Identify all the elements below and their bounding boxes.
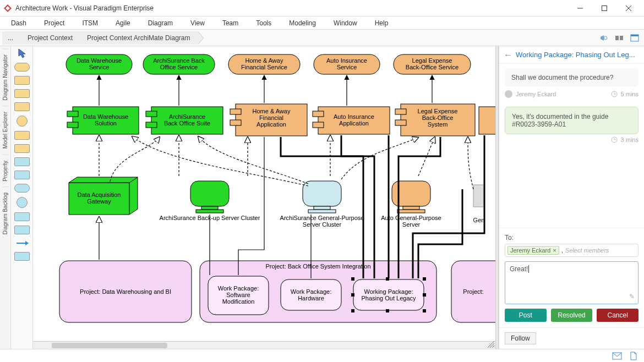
menu-itsm[interactable]: ITSM xyxy=(74,18,106,28)
workpkg-hardware[interactable]: Work Package:Hardware xyxy=(281,279,341,310)
project-dw-bi[interactable]: Project: Data Warehousing and BI xyxy=(59,261,192,322)
svg-rect-26 xyxy=(67,122,78,128)
svg-text:Auto General-PurposeServer: Auto General-PurposeServer xyxy=(381,215,441,228)
svg-rect-92 xyxy=(423,309,426,312)
palette-shape-8[interactable] xyxy=(14,157,30,166)
palette-shape-4[interactable] xyxy=(14,102,30,111)
app-partial-right[interactable] xyxy=(479,107,495,134)
remove-recipient-icon[interactable]: × xyxy=(553,247,556,254)
palette-shape-2[interactable] xyxy=(14,76,30,85)
comment-author: Jeremy Eckard xyxy=(516,91,556,97)
service-auto-insurance[interactable]: Auto InsuranceService xyxy=(314,54,380,74)
node-general-cluster[interactable]: ArchiSurance General-PurposeServer Clust… xyxy=(280,181,364,228)
palette-arrow-icon[interactable] xyxy=(15,239,29,248)
svg-text:Legal ExpenseBack-Office Servi: Legal ExpenseBack-Office Service xyxy=(406,57,459,70)
svg-rect-10 xyxy=(631,35,638,36)
project-partial-right[interactable]: Project: xyxy=(451,261,495,322)
menu-help[interactable]: Help xyxy=(367,18,396,28)
service-back-office[interactable]: ArchiSurance BackOffice Service xyxy=(143,54,215,74)
canvas-horizontal-scrollbar[interactable] xyxy=(33,341,495,349)
palette-shape-9[interactable] xyxy=(14,171,30,179)
document-icon[interactable] xyxy=(630,352,637,360)
svg-marker-13 xyxy=(25,241,29,245)
palette-shape-11[interactable] xyxy=(17,197,28,208)
cancel-button[interactable]: Cancel xyxy=(597,309,638,322)
palette-shape-3[interactable] xyxy=(14,89,30,98)
svg-text:Home & AwayFinancial Service: Home & AwayFinancial Service xyxy=(241,57,287,70)
svg-rect-87 xyxy=(423,277,426,281)
svg-rect-63 xyxy=(403,206,419,210)
svg-text:ArchiSurance General-PurposeSe: ArchiSurance General-PurposeServer Clust… xyxy=(280,215,364,228)
app-dw-solution[interactable]: Data WarehouseSolution xyxy=(67,107,139,134)
service-data-warehouse[interactable]: Data WarehouseService xyxy=(66,54,132,74)
minimize-button[interactable] xyxy=(568,0,592,17)
post-button[interactable]: Post xyxy=(505,309,547,322)
svg-rect-29 xyxy=(146,111,157,117)
palette-shape-14[interactable] xyxy=(14,252,30,261)
app-home-away[interactable]: Home & AwayFinancialApplication xyxy=(230,104,307,136)
svg-rect-91 xyxy=(386,309,389,312)
node-gateway[interactable]: Data AcquisitionGateway xyxy=(69,177,138,215)
menu-tools[interactable]: Tools xyxy=(248,18,279,28)
close-button[interactable] xyxy=(616,0,641,17)
back-arrow-icon[interactable]: ← xyxy=(504,50,512,60)
announce-icon[interactable] xyxy=(598,32,610,44)
palette-shape-7[interactable] xyxy=(14,144,30,153)
menu-view[interactable]: View xyxy=(183,18,212,28)
menu-agile[interactable]: Agile xyxy=(108,18,138,28)
workpkg-legacy-selected[interactable]: Working Package:Phasing Out Legacy xyxy=(351,277,426,312)
menu-project[interactable]: Project xyxy=(36,18,72,28)
svg-rect-60 xyxy=(308,210,336,213)
svg-rect-41 xyxy=(395,109,406,114)
service-legal[interactable]: Legal ExpenseBack-Office Service xyxy=(394,54,471,74)
sidetab-diagram-backlog[interactable]: Diagram Backlog xyxy=(2,187,8,240)
svg-text:Gen: Gen xyxy=(473,217,485,223)
breadcrumb-seg-2[interactable]: Project Context ArchiMate Diagram xyxy=(77,31,198,45)
menu-dash[interactable]: Dash xyxy=(3,18,34,28)
recipient-pill[interactable]: Jeremy Eckard× xyxy=(507,246,559,255)
palette-shape-10[interactable] xyxy=(14,184,30,193)
follow-button[interactable]: Follow xyxy=(505,332,536,344)
sidetab-property[interactable]: Property xyxy=(2,155,8,187)
palette-shape-1[interactable] xyxy=(14,63,30,72)
comment-incoming: Shall we document the procedure? xyxy=(505,68,638,87)
service-home-away[interactable]: Home & AwayFinancial Service xyxy=(228,54,300,74)
maximize-button[interactable] xyxy=(592,0,616,17)
sidetab-model-explorer[interactable]: Model Explorer xyxy=(2,106,8,154)
app-bo-suite[interactable]: ArchiSuranceBack Office Suite xyxy=(146,107,223,134)
layout-icon[interactable] xyxy=(613,32,625,44)
menu-window[interactable]: Window xyxy=(326,18,365,28)
message-input[interactable]: Great!​ ✎ xyxy=(505,261,638,304)
palette-shape-6[interactable] xyxy=(14,131,30,140)
menu-modeling[interactable]: Modeling xyxy=(281,18,324,28)
comments-title: Working Package: Phasing Out Leg... xyxy=(516,51,640,59)
palette-shape-12[interactable] xyxy=(14,212,30,221)
palette-shape-5[interactable] xyxy=(17,116,28,127)
menu-team[interactable]: Team xyxy=(215,18,246,28)
breadcrumb-seg-1[interactable]: Project Context xyxy=(18,31,80,45)
svg-rect-34 xyxy=(230,120,241,125)
svg-rect-3 xyxy=(602,6,607,10)
pencil-icon[interactable]: ✎ xyxy=(629,293,635,300)
node-auto-server[interactable]: Auto General-PurposeServer xyxy=(381,181,441,228)
mail-icon[interactable] xyxy=(612,352,622,360)
palette-cursor-icon[interactable] xyxy=(18,48,26,58)
app-auto-ins[interactable]: Auto InsuranceApplication xyxy=(313,107,390,134)
diagram-canvas[interactable]: Data WarehouseService ArchiSurance BackO… xyxy=(33,46,495,349)
svg-text:Project: Back Office System In: Project: Back Office System Integration xyxy=(265,263,370,270)
shape-palette xyxy=(11,46,33,349)
menu-bar: Dash Project ITSM Agile Diagram View Tea… xyxy=(0,17,644,30)
node-partial-right[interactable]: Gen xyxy=(473,185,485,223)
resolved-button[interactable]: Resolved xyxy=(551,309,593,322)
recipient-input[interactable]: Jeremy Eckard× , Select members xyxy=(505,244,638,257)
svg-rect-7 xyxy=(615,36,619,40)
menu-diagram[interactable]: Diagram xyxy=(140,18,181,28)
svg-rect-88 xyxy=(351,293,354,297)
panel-icon[interactable] xyxy=(629,32,641,44)
compose-area: To: Jeremy Eckard× , Select members Grea… xyxy=(499,228,644,327)
resize-grip-icon[interactable] xyxy=(488,341,494,348)
workpkg-software[interactable]: Work Package:SoftwareModification xyxy=(208,276,269,315)
app-legal[interactable]: Legal ExpenseBack-OfficeSystem xyxy=(395,104,475,136)
palette-shape-13[interactable] xyxy=(14,226,30,234)
sidetab-diagram-navigator[interactable]: Diagram Navigator xyxy=(2,48,8,106)
